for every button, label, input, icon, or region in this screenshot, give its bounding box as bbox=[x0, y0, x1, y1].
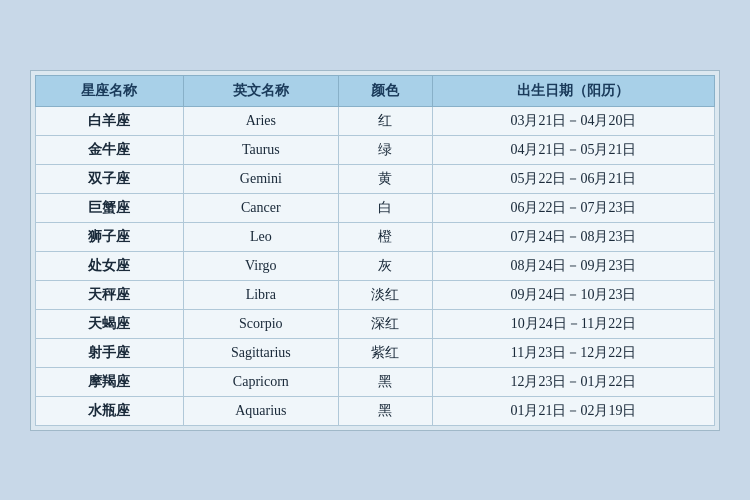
table-row: 处女座Virgo灰08月24日－09月23日 bbox=[36, 251, 715, 280]
cell-chinese-name: 射手座 bbox=[36, 338, 184, 367]
cell-color: 深红 bbox=[338, 309, 432, 338]
cell-chinese-name: 天秤座 bbox=[36, 280, 184, 309]
table-row: 狮子座Leo橙07月24日－08月23日 bbox=[36, 222, 715, 251]
table-header-row: 星座名称 英文名称 颜色 出生日期（阳历） bbox=[36, 75, 715, 106]
header-dates: 出生日期（阳历） bbox=[432, 75, 714, 106]
cell-color: 紫红 bbox=[338, 338, 432, 367]
zodiac-table-container: 星座名称 英文名称 颜色 出生日期（阳历） 白羊座Aries红03月21日－04… bbox=[30, 70, 720, 431]
table-row: 天秤座Libra淡红09月24日－10月23日 bbox=[36, 280, 715, 309]
cell-chinese-name: 摩羯座 bbox=[36, 367, 184, 396]
cell-english-name: Scorpio bbox=[183, 309, 338, 338]
cell-dates: 03月21日－04月20日 bbox=[432, 106, 714, 135]
cell-color: 淡红 bbox=[338, 280, 432, 309]
cell-color: 黑 bbox=[338, 367, 432, 396]
table-row: 射手座Sagittarius紫红11月23日－12月22日 bbox=[36, 338, 715, 367]
cell-color: 黑 bbox=[338, 396, 432, 425]
cell-dates: 12月23日－01月22日 bbox=[432, 367, 714, 396]
cell-english-name: Aquarius bbox=[183, 396, 338, 425]
cell-dates: 10月24日－11月22日 bbox=[432, 309, 714, 338]
cell-dates: 08月24日－09月23日 bbox=[432, 251, 714, 280]
cell-chinese-name: 水瓶座 bbox=[36, 396, 184, 425]
cell-dates: 07月24日－08月23日 bbox=[432, 222, 714, 251]
table-row: 白羊座Aries红03月21日－04月20日 bbox=[36, 106, 715, 135]
header-english-name: 英文名称 bbox=[183, 75, 338, 106]
cell-english-name: Taurus bbox=[183, 135, 338, 164]
cell-english-name: Virgo bbox=[183, 251, 338, 280]
cell-color: 黄 bbox=[338, 164, 432, 193]
cell-dates: 05月22日－06月21日 bbox=[432, 164, 714, 193]
cell-color: 橙 bbox=[338, 222, 432, 251]
cell-chinese-name: 巨蟹座 bbox=[36, 193, 184, 222]
cell-dates: 01月21日－02月19日 bbox=[432, 396, 714, 425]
cell-dates: 09月24日－10月23日 bbox=[432, 280, 714, 309]
cell-color: 灰 bbox=[338, 251, 432, 280]
cell-english-name: Libra bbox=[183, 280, 338, 309]
zodiac-table: 星座名称 英文名称 颜色 出生日期（阳历） 白羊座Aries红03月21日－04… bbox=[35, 75, 715, 426]
cell-dates: 11月23日－12月22日 bbox=[432, 338, 714, 367]
table-row: 摩羯座Capricorn黑12月23日－01月22日 bbox=[36, 367, 715, 396]
cell-color: 白 bbox=[338, 193, 432, 222]
table-row: 巨蟹座Cancer白06月22日－07月23日 bbox=[36, 193, 715, 222]
cell-dates: 04月21日－05月21日 bbox=[432, 135, 714, 164]
cell-english-name: Leo bbox=[183, 222, 338, 251]
table-row: 双子座Gemini黄05月22日－06月21日 bbox=[36, 164, 715, 193]
cell-english-name: Gemini bbox=[183, 164, 338, 193]
cell-english-name: Aries bbox=[183, 106, 338, 135]
cell-color: 绿 bbox=[338, 135, 432, 164]
cell-chinese-name: 处女座 bbox=[36, 251, 184, 280]
cell-chinese-name: 白羊座 bbox=[36, 106, 184, 135]
cell-english-name: Capricorn bbox=[183, 367, 338, 396]
header-chinese-name: 星座名称 bbox=[36, 75, 184, 106]
cell-english-name: Cancer bbox=[183, 193, 338, 222]
cell-chinese-name: 金牛座 bbox=[36, 135, 184, 164]
cell-chinese-name: 天蝎座 bbox=[36, 309, 184, 338]
cell-english-name: Sagittarius bbox=[183, 338, 338, 367]
header-color: 颜色 bbox=[338, 75, 432, 106]
table-body: 白羊座Aries红03月21日－04月20日金牛座Taurus绿04月21日－0… bbox=[36, 106, 715, 425]
table-row: 天蝎座Scorpio深红10月24日－11月22日 bbox=[36, 309, 715, 338]
cell-dates: 06月22日－07月23日 bbox=[432, 193, 714, 222]
cell-color: 红 bbox=[338, 106, 432, 135]
cell-chinese-name: 狮子座 bbox=[36, 222, 184, 251]
cell-chinese-name: 双子座 bbox=[36, 164, 184, 193]
table-row: 水瓶座Aquarius黑01月21日－02月19日 bbox=[36, 396, 715, 425]
table-row: 金牛座Taurus绿04月21日－05月21日 bbox=[36, 135, 715, 164]
